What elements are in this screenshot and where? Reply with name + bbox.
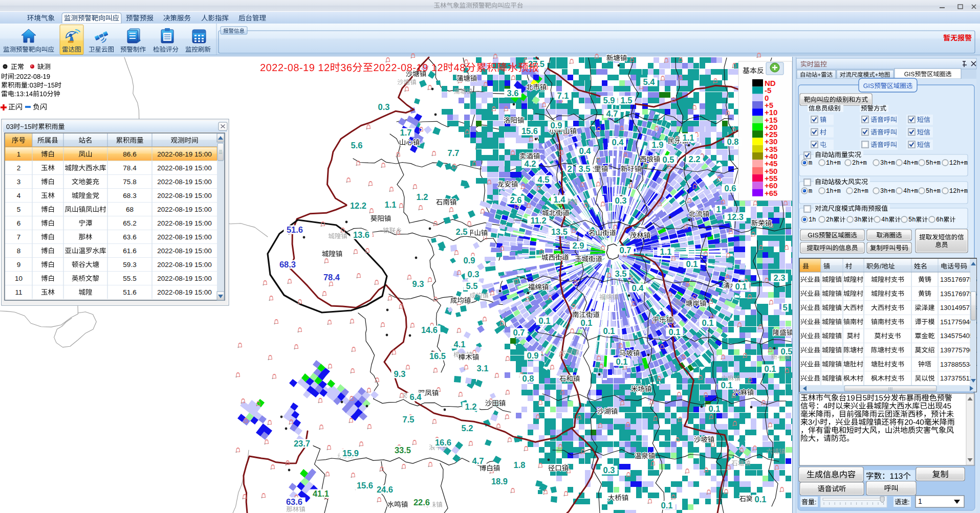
svg-text:4.7: 4.7: [472, 456, 484, 465]
svg-text:0.7: 0.7: [513, 328, 525, 337]
svg-text:0.5: 0.5: [663, 155, 674, 164]
svg-text:4h+m: 4h+m: [903, 160, 918, 167]
svg-text:68.3: 68.3: [279, 260, 296, 269]
svg-text:5.6: 5.6: [351, 141, 363, 150]
svg-text:3h+m: 3h+m: [880, 188, 895, 195]
svg-text:5h+m: 5h+m: [926, 160, 941, 167]
svg-text:12h+m: 12h+m: [949, 160, 968, 167]
svg-text:2.5: 2.5: [456, 227, 468, 236]
svg-text:1: 1: [17, 150, 21, 158]
svg-text:2.9: 2.9: [573, 241, 584, 250]
svg-text:7: 7: [17, 233, 21, 241]
svg-text:18.9: 18.9: [491, 477, 508, 486]
svg-text:68.3: 68.3: [123, 192, 136, 199]
svg-text:0.4: 0.4: [612, 138, 624, 147]
svg-text:0.4: 0.4: [579, 146, 592, 155]
svg-text:0.9: 0.9: [551, 121, 562, 130]
svg-text:1.9: 1.9: [652, 140, 664, 149]
svg-text:41.1: 41.1: [313, 489, 329, 498]
svg-text:3h+m: 3h+m: [880, 160, 895, 167]
svg-text:2h+m: 2h+m: [852, 160, 867, 167]
svg-text:0.1: 0.1: [686, 259, 698, 269]
svg-text:1.1: 1.1: [683, 133, 694, 142]
svg-text:2: 2: [17, 164, 21, 172]
svg-text:4.5: 4.5: [538, 175, 550, 184]
svg-text:9: 9: [17, 261, 21, 269]
svg-text:9.3: 9.3: [394, 369, 406, 378]
svg-text:1h+m: 1h+m: [826, 160, 841, 167]
svg-text:2022-08-19 15:00: 2022-08-19 15:00: [157, 150, 212, 158]
svg-text:3.6: 3.6: [507, 88, 519, 98]
svg-text:0.1: 0.1: [669, 327, 681, 337]
svg-text:3: 3: [17, 178, 21, 186]
svg-text:1: 1: [918, 497, 922, 505]
svg-text:24.6: 24.6: [377, 485, 393, 494]
svg-text:16.5: 16.5: [429, 351, 446, 361]
svg-text:0.1: 0.1: [721, 381, 733, 390]
svg-text:4.1: 4.1: [454, 340, 466, 349]
svg-text:5: 5: [782, 303, 787, 312]
svg-text:11.2: 11.2: [530, 216, 546, 225]
svg-text:0.8: 0.8: [522, 374, 534, 383]
svg-text:14.6: 14.6: [421, 325, 438, 334]
svg-text:86.6: 86.6: [123, 150, 136, 158]
svg-text:12.2: 12.2: [350, 201, 366, 210]
svg-text:2022-08-19 15:00: 2022-08-19 15:00: [157, 247, 212, 255]
svg-text:7.1: 7.1: [557, 91, 569, 100]
svg-text:0.8: 0.8: [727, 137, 739, 146]
svg-text:12h+m: 12h+m: [949, 188, 968, 195]
svg-text:1.4: 1.4: [554, 195, 566, 204]
svg-text:7.5: 7.5: [403, 415, 415, 424]
svg-text:6.4: 6.4: [410, 392, 422, 402]
svg-text:4h+m: 4h+m: [903, 188, 918, 195]
svg-text:0.5: 0.5: [781, 347, 793, 356]
svg-text:9.3: 9.3: [412, 279, 424, 288]
svg-text:78.4: 78.4: [123, 164, 137, 172]
svg-text:23.7: 23.7: [294, 439, 310, 448]
svg-text:8: 8: [17, 247, 21, 255]
svg-text:13.5: 13.5: [551, 227, 568, 236]
svg-text:m: m: [809, 160, 812, 167]
svg-text:0.3: 0.3: [468, 270, 480, 279]
svg-text:2h: 2h: [826, 216, 833, 224]
svg-text:13.6: 13.6: [353, 230, 369, 239]
svg-text:5.9: 5.9: [603, 96, 615, 105]
svg-text:5h: 5h: [908, 216, 916, 224]
svg-text:22.6: 22.6: [413, 498, 430, 507]
svg-text:10: 10: [15, 275, 23, 282]
svg-text:0.1: 0.1: [539, 316, 551, 325]
svg-text:0.7: 0.7: [620, 246, 631, 255]
svg-text:11: 11: [15, 288, 22, 296]
svg-text:2022-08-19 15:00: 2022-08-19 15:00: [157, 219, 212, 227]
svg-text:+65: +65: [765, 189, 777, 197]
svg-text:0.4: 0.4: [632, 283, 644, 293]
svg-text:2022-08-19 15:00: 2022-08-19 15:00: [157, 206, 212, 213]
svg-text:2022-08-19 15:00: 2022-08-19 15:00: [157, 164, 212, 172]
svg-text:5h+m: 5h+m: [926, 188, 941, 195]
svg-text:1.2: 1.2: [465, 402, 477, 411]
svg-text:m: m: [809, 188, 812, 195]
svg-text:63.6: 63.6: [286, 497, 302, 506]
svg-text:51.6: 51.6: [287, 225, 303, 234]
svg-text:5.5: 5.5: [466, 281, 478, 291]
svg-text:75.8: 75.8: [123, 178, 136, 186]
svg-text:3.5: 3.5: [615, 269, 627, 278]
svg-text:0.1: 0.1: [661, 501, 673, 510]
svg-text:2022-08-19 15:00: 2022-08-19 15:00: [157, 275, 212, 282]
svg-text:2022-08-19 15:00: 2022-08-19 15:00: [157, 192, 212, 199]
svg-text:0.9: 0.9: [527, 351, 539, 360]
svg-text:2022-08-19 15:00: 2022-08-19 15:00: [157, 233, 212, 241]
svg-text:0.3: 0.3: [378, 102, 390, 111]
svg-text:16.6: 16.6: [435, 438, 451, 447]
svg-text:15.9: 15.9: [342, 449, 359, 458]
svg-text:0.1: 0.1: [616, 357, 628, 366]
svg-text:65.2: 65.2: [123, 219, 136, 227]
svg-text:0.1: 0.1: [603, 326, 615, 336]
svg-text:6h: 6h: [936, 216, 943, 224]
svg-text:4.7: 4.7: [606, 109, 618, 118]
svg-text:1: 1: [716, 205, 721, 214]
svg-text:7.7: 7.7: [448, 148, 460, 158]
svg-text:33.5: 33.5: [395, 445, 411, 455]
svg-text:15.6: 15.6: [521, 126, 538, 136]
svg-text:51.6: 51.6: [123, 288, 136, 296]
